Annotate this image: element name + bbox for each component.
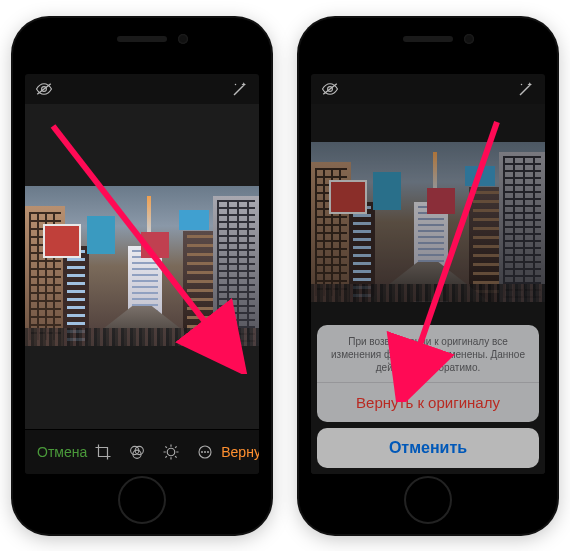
home-button[interactable]: [118, 476, 166, 524]
screen-left: Отмена Вернуть: [25, 74, 259, 474]
editor-topbar: [25, 74, 259, 104]
screen-right: При возвращении к оригиналу все изменени…: [311, 74, 545, 474]
revert-button[interactable]: Вернуть: [215, 438, 259, 466]
svg-line-13: [175, 456, 177, 458]
eye-off-icon[interactable]: [35, 82, 53, 96]
action-sheet-group: При возвращении к оригиналу все изменени…: [317, 325, 539, 422]
phone-right: При возвращении к оригиналу все изменени…: [299, 18, 557, 534]
svg-point-22: [521, 83, 523, 85]
revert-to-original-button[interactable]: Вернуть к оригиналу: [317, 383, 539, 422]
phone-front-camera: [464, 34, 474, 44]
edited-photo: [25, 186, 259, 346]
crop-icon[interactable]: [93, 442, 113, 462]
svg-line-14: [175, 446, 177, 448]
action-sheet: При возвращении к оригиналу все изменени…: [317, 325, 539, 468]
phone-speaker: [117, 36, 167, 42]
editor-topbar: [311, 74, 545, 104]
tool-icons-group: [93, 442, 215, 462]
more-icon[interactable]: [195, 442, 215, 462]
eye-off-icon[interactable]: [321, 82, 339, 96]
phone-front-camera: [178, 34, 188, 44]
action-sheet-cancel-button[interactable]: Отменить: [317, 428, 539, 468]
edited-photo: [311, 142, 545, 302]
magic-wand-icon[interactable]: [231, 80, 249, 98]
svg-line-23: [405, 122, 497, 388]
editor-bottombar: Отмена Вернуть: [25, 429, 259, 474]
svg-point-18: [204, 451, 206, 453]
svg-line-12: [166, 446, 168, 448]
svg-point-17: [201, 451, 203, 453]
annotation-arrow: [347, 112, 517, 402]
svg-line-15: [166, 456, 168, 458]
photo-canvas[interactable]: [25, 104, 259, 429]
adjust-icon[interactable]: [161, 442, 181, 462]
cancel-button[interactable]: Отмена: [31, 438, 93, 466]
filters-icon[interactable]: [127, 442, 147, 462]
phone-speaker: [403, 36, 453, 42]
magic-wand-icon[interactable]: [517, 80, 535, 98]
svg-point-19: [207, 451, 209, 453]
svg-point-7: [167, 448, 175, 456]
svg-point-2: [235, 83, 237, 85]
action-sheet-message: При возвращении к оригиналу все изменени…: [317, 325, 539, 383]
home-button[interactable]: [404, 476, 452, 524]
photo-canvas: При возвращении к оригиналу все изменени…: [311, 104, 545, 474]
phone-left: Отмена Вернуть: [13, 18, 271, 534]
